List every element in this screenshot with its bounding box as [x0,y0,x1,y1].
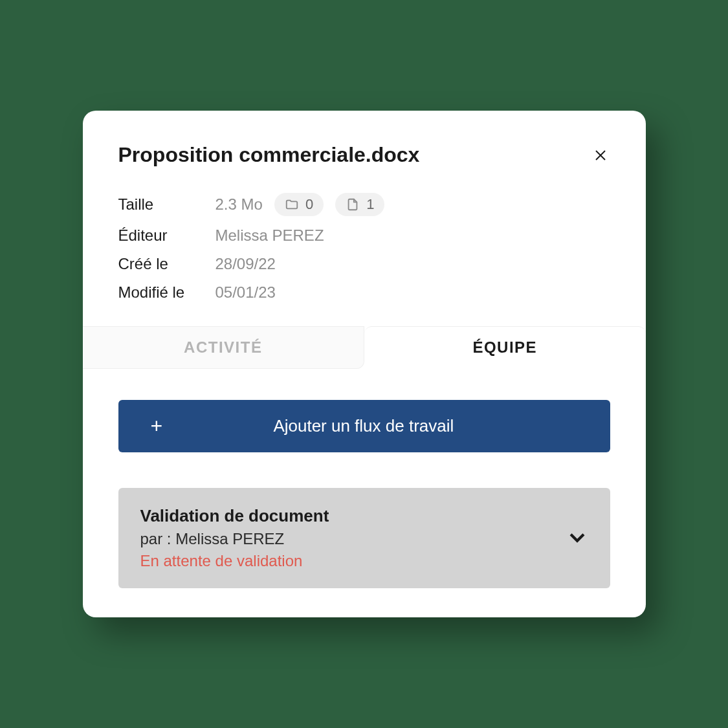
document-detail-panel: Proposition commerciale.docx Taille 2.3 … [83,111,646,617]
tab-activity[interactable]: ACTIVITÉ [83,326,365,369]
created-value: 28/09/22 [215,255,276,273]
editor-value: Melissa PEREZ [215,226,324,245]
close-button[interactable] [591,146,610,165]
size-values: 2.3 Mo 0 1 [215,193,385,216]
chevron-down-icon [566,526,588,548]
file-count: 1 [366,196,374,213]
file-icon [346,197,360,212]
document-metadata: Taille 2.3 Mo 0 1 Édit [118,193,610,302]
workflow-by-name: Melissa PEREZ [175,530,284,547]
meta-row-size: Taille 2.3 Mo 0 1 [118,193,610,216]
size-label: Taille [118,195,215,214]
close-icon [593,148,608,163]
folder-icon [285,197,299,212]
workflow-status: En attente de validation [140,552,329,570]
workflow-content: Validation de document par : Melissa PER… [140,506,329,570]
tab-team[interactable]: ÉQUIPE [364,326,646,370]
add-workflow-label: Ajouter un flux de travail [137,416,590,436]
modified-value: 05/01/23 [215,283,276,302]
add-workflow-button[interactable]: + Ajouter un flux de travail [118,400,610,452]
modified-label: Modifié le [118,283,215,302]
panel-header: Proposition commerciale.docx [118,143,610,167]
workflow-card[interactable]: Validation de document par : Melissa PER… [118,488,610,588]
size-value: 2.3 Mo [215,195,263,214]
created-label: Créé le [118,255,215,273]
document-title: Proposition commerciale.docx [118,143,420,167]
folder-count-pill: 0 [274,193,324,216]
meta-row-modified: Modifié le 05/01/23 [118,283,610,302]
meta-row-created: Créé le 28/09/22 [118,255,610,273]
workflow-by-prefix: par : [140,530,176,547]
folder-count: 0 [305,196,313,213]
tabs: ACTIVITÉ ÉQUIPE [83,326,646,369]
editor-label: Éditeur [118,226,215,245]
expand-button[interactable] [566,526,588,551]
workflow-author: par : Melissa PEREZ [140,530,329,548]
workflow-title: Validation de document [140,506,329,526]
meta-row-editor: Éditeur Melissa PEREZ [118,226,610,245]
file-count-pill: 1 [335,193,384,216]
